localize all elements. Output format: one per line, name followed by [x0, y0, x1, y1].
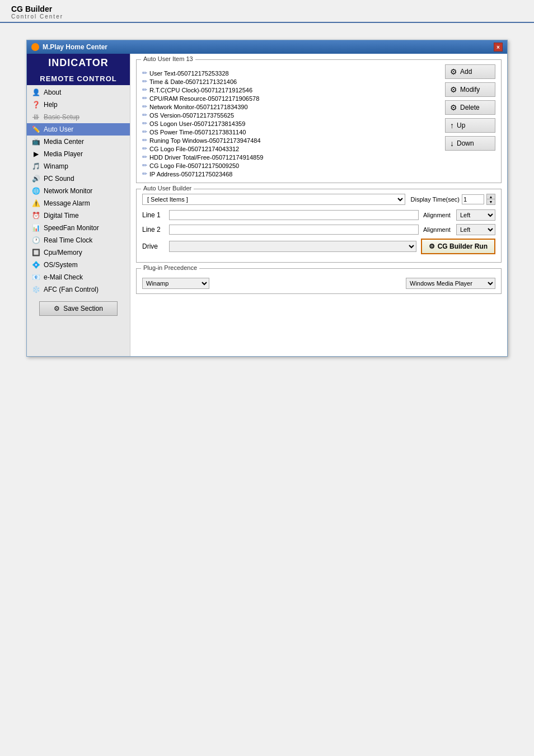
plugin-left-select[interactable]: Winamp Media Player None	[142, 278, 209, 289]
sidebar-item-message-alarm[interactable]: ⚠️Message Alarm	[27, 197, 130, 209]
add-button[interactable]: ⚙Add	[445, 64, 495, 79]
select-items-dropdown[interactable]: [ Select Items ]	[142, 194, 405, 205]
line2-alignment-label: Alignment	[423, 226, 454, 233]
list-item[interactable]: ✏R.T.C(CPU Clock)-050712171912546	[142, 86, 439, 94]
up-button[interactable]: ↑Up	[445, 118, 495, 133]
digital-time-label: Digital Time	[44, 212, 79, 220]
modify-icon: ⚙	[450, 85, 457, 94]
spinner-down-button[interactable]: ▼	[487, 199, 495, 204]
auto-user-section: Auto User Item 13 ✏User Text-05071217525…	[136, 59, 502, 183]
line1-input[interactable]	[169, 210, 419, 220]
app-title: CG Builder	[11, 4, 523, 13]
real-time-clock-label: Real Time Clock	[44, 236, 92, 244]
delete-icon: ⚙	[450, 103, 457, 112]
media-center-label: Media Center	[44, 138, 84, 146]
up-label: Up	[457, 122, 465, 129]
pc-sound-label: PC Sound	[44, 175, 74, 183]
digital-time-icon: ⏰	[31, 211, 40, 220]
list-item-icon: ✏	[142, 86, 147, 94]
main-window: M.Play Home Center × INDICATOR REMOTE CO…	[26, 40, 508, 357]
sidebar-item-digital-time[interactable]: ⏰Digital Time	[27, 209, 130, 222]
line2-label: Line 2	[142, 226, 165, 234]
list-item[interactable]: ✏OS Power Time-050712173831140	[142, 128, 439, 136]
sidebar-item-about[interactable]: 👤About	[27, 86, 130, 99]
list-item[interactable]: ✏HDD Driver Total/Free-050712174914859	[142, 153, 439, 161]
list-item-text: Time & Date-050712171321406	[149, 78, 237, 85]
builder-top-row: [ Select Items ] Display Time(sec) ▲ ▼	[142, 194, 495, 205]
cg-builder-run-button[interactable]: ⚙ CG Builder Run	[421, 239, 495, 254]
list-item[interactable]: ✏CG Logo File-050712175009250	[142, 161, 439, 170]
line2-row: Line 2 Alignment Left Center Right	[142, 224, 495, 235]
afc-fan-label: AFC (Fan Control)	[44, 286, 99, 293]
list-item-text: Network Monitor-050712171834390	[149, 104, 248, 110]
window-titlebar: M.Play Home Center ×	[27, 40, 507, 54]
sidebar-indicator: INDICATOR	[27, 54, 130, 72]
list-item[interactable]: ✏Network Monitor-050712171834390	[142, 102, 439, 111]
display-time-input[interactable]	[462, 194, 484, 204]
sidebar-item-media-player[interactable]: ▶Media Player	[27, 148, 130, 160]
sidebar-item-speedfan-monitor[interactable]: 📊SpeedFan Monitor	[27, 222, 130, 234]
modify-button[interactable]: ⚙Modify	[445, 82, 495, 97]
list-item[interactable]: ✏Runing Top Windows-050712173947484	[142, 136, 439, 144]
window-close-button[interactable]: ×	[494, 43, 503, 52]
list-item[interactable]: ✏Time & Date-050712171321406	[142, 77, 439, 86]
email-check-icon: 📧	[31, 273, 40, 282]
add-icon: ⚙	[450, 67, 457, 76]
down-label: Down	[457, 139, 474, 147]
sidebar-item-help[interactable]: ❓Help	[27, 99, 130, 111]
sidebar-item-email-check[interactable]: 📧e-Mail Check	[27, 271, 130, 283]
list-item-icon: ✏	[142, 120, 147, 127]
plugin-section-title: Plug-in Precedence	[141, 264, 199, 271]
sidebar-item-media-center[interactable]: 📺Media Center	[27, 136, 130, 148]
auto-user-label: Auto User	[44, 125, 73, 133]
auto-user-list: ✏User Text-050712175253328✏Time & Date-0…	[142, 69, 439, 178]
sidebar-item-winamp[interactable]: 🎵Winamp	[27, 160, 130, 172]
list-item-text: User Text-050712175253328	[149, 70, 229, 77]
sidebar-item-pc-sound[interactable]: 🔊PC Sound	[27, 172, 130, 185]
list-item-icon: ✏	[142, 69, 147, 77]
os-system-icon: 💠	[31, 260, 40, 269]
drive-select[interactable]	[169, 241, 416, 252]
plugin-right-select[interactable]: Windows Media Player Winamp None	[406, 278, 495, 289]
window-body: INDICATOR REMOTE CONTROL 👤About❓Help🖥Bas…	[27, 54, 507, 356]
list-item-icon: ✏	[142, 95, 147, 102]
spinner-up-button[interactable]: ▲	[487, 194, 495, 199]
line2-alignment-select[interactable]: Left Center Right	[456, 224, 495, 235]
line1-alignment-select[interactable]: Left Center Right	[456, 209, 495, 221]
sidebar-item-real-time-clock[interactable]: 🕐Real Time Clock	[27, 234, 130, 246]
list-item-text: CG Logo File-050712174043312	[149, 146, 239, 152]
email-check-label: e-Mail Check	[44, 273, 83, 281]
auto-user-icon: ✏️	[31, 125, 40, 134]
sidebar-item-auto-user[interactable]: ✏️Auto User	[27, 123, 130, 136]
down-button[interactable]: ↓Down	[445, 136, 495, 151]
plugin-section: Plug-in Precedence Winamp Media Player N…	[136, 268, 502, 294]
sidebar-item-basic-setup[interactable]: 🖥Basic Setup	[27, 111, 130, 123]
window-app-icon	[31, 43, 39, 51]
about-icon: 👤	[31, 88, 40, 97]
save-section-label: Save Section	[63, 305, 103, 312]
list-item[interactable]: ✏CG Logo File-050712174043312	[142, 144, 439, 153]
list-item[interactable]: ✏IP Address-050712175023468	[142, 170, 439, 178]
media-player-icon: ▶	[31, 150, 40, 158]
message-alarm-icon: ⚠️	[31, 199, 40, 208]
list-item[interactable]: ✏User Text-050712175253328	[142, 69, 439, 77]
sidebar-item-network-monitor[interactable]: 🌐Network Monitor	[27, 185, 130, 197]
delete-button[interactable]: ⚙Delete	[445, 100, 495, 115]
list-item[interactable]: ✏OS Logon User-050712173814359	[142, 119, 439, 128]
sidebar-item-afc-fan[interactable]: ❄️AFC (Fan Control)	[27, 283, 130, 296]
speedfan-monitor-label: SpeedFan Monitor	[44, 224, 99, 232]
save-section-button[interactable]: ⚙ Save Section	[39, 301, 118, 316]
list-item[interactable]: ✏OS Version-050712173755625	[142, 111, 439, 119]
list-item-icon: ✏	[142, 162, 147, 169]
list-item-text: OS Version-050712173755625	[149, 112, 234, 119]
sidebar-item-os-system[interactable]: 💠OS/System	[27, 259, 130, 271]
line2-input[interactable]	[169, 225, 419, 235]
about-label: About	[44, 88, 61, 96]
list-item[interactable]: ✏CPU/RAM Resource-050712171906578	[142, 94, 439, 102]
list-item-icon: ✏	[142, 111, 147, 119]
main-content: Auto User Item 13 ✏User Text-05071217525…	[130, 54, 507, 356]
network-monitor-icon: 🌐	[31, 186, 40, 195]
sidebar-item-cpu-memory[interactable]: 🔲Cpu/Memory	[27, 246, 130, 259]
list-item-icon: ✏	[142, 170, 147, 178]
list-item-text: CG Logo File-050712175009250	[149, 162, 239, 169]
